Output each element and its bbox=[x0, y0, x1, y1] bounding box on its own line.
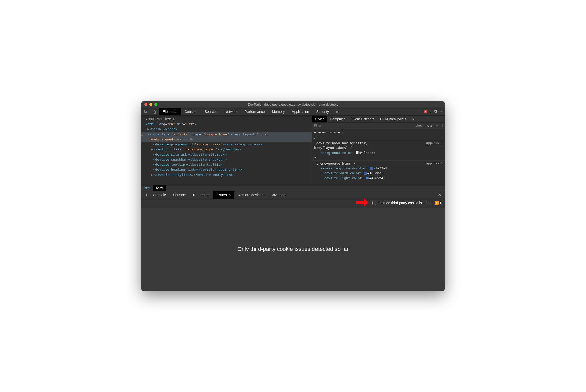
window-title: DevTools - developers.google.com/web/too… bbox=[141, 103, 445, 106]
color-swatch[interactable] bbox=[370, 167, 373, 170]
rule-brace: } bbox=[314, 155, 443, 160]
color-swatch[interactable] bbox=[364, 172, 367, 175]
issues-toolbar: Include third-party cookie issues ! 0 bbox=[141, 199, 445, 207]
css-property[interactable]: --devsite-dark-color: #185abc; bbox=[314, 171, 443, 176]
minimize-window-button[interactable] bbox=[149, 103, 152, 106]
tab-network[interactable]: Network bbox=[221, 108, 241, 115]
dom-line[interactable]: <devsite-snackbar></devsite-snackbar> bbox=[141, 157, 312, 162]
tab-console[interactable]: Console bbox=[181, 108, 201, 115]
drawer-tab-console[interactable]: Console bbox=[149, 191, 169, 199]
styles-tabs-overflow[interactable]: » bbox=[409, 116, 417, 122]
svg-point-3 bbox=[441, 109, 441, 110]
annotation-arrow-icon bbox=[356, 198, 368, 208]
svg-point-8 bbox=[146, 195, 147, 196]
tab-application[interactable]: Application bbox=[288, 108, 313, 115]
toolbar-right: ✕ 1 bbox=[424, 109, 445, 114]
drawer-tab-sensors[interactable]: Sensors bbox=[169, 191, 189, 199]
tab-sources[interactable]: Sources bbox=[201, 108, 221, 115]
dom-line[interactable]: <!DOCTYPE html> bbox=[141, 117, 312, 122]
main-panel: ⋯ <!DOCTYPE html> <html lang="en" dir="l… bbox=[141, 116, 445, 185]
error-count: 1 bbox=[429, 110, 431, 114]
traffic-lights bbox=[141, 103, 157, 106]
styles-pane: Styles Computed Event Listeners DOM Brea… bbox=[312, 116, 445, 185]
styles-filter-input[interactable] bbox=[314, 124, 413, 127]
gutter-dots-icon: ⋯ bbox=[141, 133, 143, 138]
crumb-body[interactable]: body bbox=[153, 185, 166, 191]
svg-rect-2 bbox=[154, 111, 156, 113]
tab-elements[interactable]: Elements bbox=[159, 108, 181, 115]
source-link[interactable]: app.css:1 bbox=[426, 141, 443, 145]
styles-rules[interactable]: element.style { } app.css:1 .devsite-boo… bbox=[312, 129, 445, 185]
titlebar: DevTools - developers.google.com/web/too… bbox=[141, 101, 445, 108]
source-link[interactable]: app.css:1 bbox=[426, 161, 443, 166]
css-property[interactable]: background-color: #e8eaed; bbox=[314, 150, 443, 155]
style-rule[interactable]: app.css:1 [theme=google-blue] { --devsit… bbox=[312, 161, 445, 181]
include-third-party-label: Include third-party cookie issues bbox=[379, 201, 429, 205]
styles-tab-dom-breakpoints[interactable]: DOM Breakpoints bbox=[377, 116, 409, 122]
more-options-icon[interactable] bbox=[441, 109, 442, 114]
svg-point-7 bbox=[146, 194, 147, 195]
rule-selector: element.style { bbox=[314, 130, 443, 135]
svg-point-4 bbox=[441, 111, 441, 112]
error-count-badge[interactable]: ✕ 1 bbox=[424, 110, 431, 114]
drawer-tab-coverage[interactable]: Coverage bbox=[267, 191, 289, 199]
drawer-close-icon[interactable]: ✕ bbox=[438, 192, 445, 198]
inspect-element-icon[interactable] bbox=[144, 110, 148, 114]
issues-flag-count: 0 bbox=[440, 201, 442, 205]
close-window-button[interactable] bbox=[144, 103, 147, 106]
styles-tab-computed[interactable]: Computed bbox=[327, 116, 348, 122]
include-third-party-checkbox[interactable] bbox=[372, 201, 376, 205]
style-rule[interactable]: element.style { } bbox=[312, 129, 445, 140]
rule-brace: } bbox=[314, 135, 443, 139]
dom-line[interactable]: <devsite-sitemask></devsite-sitemask> bbox=[141, 152, 312, 157]
dom-line[interactable]: ▶<section class="devsite-wrapper">…</sec… bbox=[141, 147, 312, 152]
zoom-window-button[interactable] bbox=[154, 103, 157, 106]
devtools-window: DevTools - developers.google.com/web/too… bbox=[141, 101, 445, 291]
dom-line[interactable]: ▶<head>…</head> bbox=[141, 127, 312, 132]
close-tab-icon[interactable]: ✕ bbox=[228, 193, 231, 197]
elements-breadcrumb: html body bbox=[141, 185, 445, 191]
main-tabs: Elements Console Sources Network Perform… bbox=[159, 108, 424, 115]
dom-line[interactable]: <html lang="en" dir="ltr"> bbox=[141, 122, 312, 127]
drawer-tab-remote-devices[interactable]: Remote devices bbox=[234, 191, 267, 199]
drawer-tab-issues[interactable]: Issues✕ bbox=[213, 191, 234, 199]
rule-selector: [theme=google-blue] { bbox=[314, 161, 443, 166]
dom-line[interactable]: <devsite-heading-link></devsite-heading-… bbox=[141, 167, 312, 172]
new-style-rule-icon[interactable]: ＋ bbox=[435, 123, 439, 128]
styles-tab-styles[interactable]: Styles bbox=[312, 116, 327, 122]
toolbar-left bbox=[141, 110, 159, 114]
dom-line[interactable]: ▶<devsite-analytics>…</devsite-analytics… bbox=[141, 172, 312, 177]
dom-line-selected[interactable]: ▼<body type="article" theme="google-blue… bbox=[141, 132, 312, 142]
color-swatch[interactable] bbox=[366, 177, 369, 179]
dom-line[interactable]: <devsite-progress id="app-progress"></de… bbox=[141, 142, 312, 147]
svg-point-5 bbox=[441, 112, 441, 113]
cls-toggle[interactable]: .cls bbox=[425, 124, 433, 127]
elements-tree[interactable]: ⋯ <!DOCTYPE html> <html lang="en" dir="l… bbox=[141, 116, 312, 185]
tab-security[interactable]: Security bbox=[313, 108, 333, 115]
device-toolbar-icon[interactable] bbox=[152, 110, 156, 114]
svg-point-6 bbox=[146, 193, 147, 194]
settings-icon[interactable] bbox=[434, 109, 438, 114]
error-icon: ✕ bbox=[424, 110, 427, 113]
rule-selector: .devsite-book-nav-bg:after, body[layout=… bbox=[314, 141, 443, 150]
styles-filter-bar: :hov .cls ＋ bbox=[312, 123, 445, 129]
main-tabs-overflow[interactable]: » bbox=[332, 108, 342, 115]
color-swatch[interactable] bbox=[356, 151, 359, 154]
drawer-tab-rendering[interactable]: Rendering bbox=[190, 191, 213, 199]
issues-flag-badge[interactable]: ! 0 bbox=[432, 201, 442, 205]
drawer-tab-label: Issues bbox=[216, 193, 227, 197]
main-toolbar: Elements Console Sources Network Perform… bbox=[141, 108, 445, 116]
css-property[interactable]: --devsite-primary-color: #1a73e8; bbox=[314, 166, 443, 171]
dom-line[interactable]: <devsite-tooltip></devsite-tooltip> bbox=[141, 162, 312, 167]
tab-memory[interactable]: Memory bbox=[268, 108, 288, 115]
issues-panel: Only third-party cookie issues detected … bbox=[141, 207, 445, 291]
drawer-tabs: Console Sensors Rendering Issues✕ Remote… bbox=[141, 191, 445, 199]
styles-tab-event-listeners[interactable]: Event Listeners bbox=[348, 116, 377, 122]
tab-performance[interactable]: Performance bbox=[241, 108, 268, 115]
hov-toggle[interactable]: :hov bbox=[415, 124, 423, 127]
issues-empty-message: Only third-party cookie issues detected … bbox=[237, 246, 349, 252]
style-rule[interactable]: app.css:1 .devsite-book-nav-bg:after, bo… bbox=[312, 140, 445, 161]
crumb-html[interactable]: html bbox=[141, 185, 153, 191]
css-property[interactable]: --devsite-light-color: #4285f4; bbox=[314, 176, 443, 180]
drawer-more-icon[interactable] bbox=[143, 193, 149, 197]
